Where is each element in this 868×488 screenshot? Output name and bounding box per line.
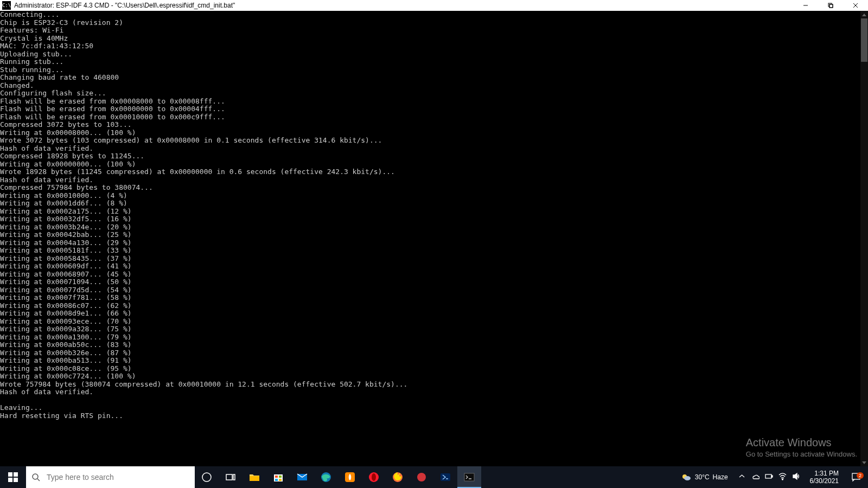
terminal-output[interactable]: Connecting.... Chip is ESP32-C3 (revisio… (0, 11, 860, 466)
volume-icon[interactable] (792, 472, 800, 482)
svg-rect-32 (765, 474, 771, 478)
search-input[interactable] (46, 472, 195, 482)
weather-cond: Haze (713, 473, 728, 481)
scroll-up-button[interactable] (860, 11, 868, 18)
clock-time: 1:31 PM (810, 470, 839, 477)
vertical-scrollbar[interactable] (860, 11, 868, 466)
svg-rect-33 (771, 476, 773, 477)
scroll-thumb[interactable] (861, 18, 867, 62)
window-controls (793, 0, 868, 11)
taskbar-clock[interactable]: 1:31 PM 6/30/2021 (805, 470, 844, 485)
svg-rect-18 (279, 476, 282, 478)
search-icon (26, 473, 46, 481)
powershell-icon[interactable] (433, 466, 457, 488)
battery-icon[interactable] (765, 472, 773, 482)
notification-badge: 2 (857, 472, 864, 479)
system-tray: 30°C Haze 1:31 PM 6/30/2021 2 (675, 466, 868, 488)
record-icon[interactable] (410, 466, 433, 488)
maximize-button[interactable] (818, 0, 843, 11)
onedrive-icon[interactable] (751, 472, 760, 482)
file-explorer-icon[interactable] (242, 466, 266, 488)
svg-rect-6 (8, 472, 12, 477)
window-title: Administrator: ESP-IDF 4.3 CMD - "C:\Use… (13, 2, 235, 9)
svg-rect-14 (233, 474, 235, 480)
taskbar: 30°C Haze 1:31 PM 6/30/2021 2 (0, 466, 868, 488)
watermark-subtitle: Go to Settings to activate Windows. (746, 450, 857, 458)
svg-rect-19 (275, 479, 278, 481)
mail-icon[interactable] (290, 466, 314, 488)
taskbar-apps (195, 466, 481, 488)
window-titlebar: C:\ Administrator: ESP-IDF 4.3 CMD - "C:… (0, 0, 868, 11)
app-orange-icon[interactable] (338, 466, 362, 488)
firefox-icon[interactable] (386, 466, 410, 488)
activate-windows-watermark: Activate Windows Go to Settings to activ… (746, 436, 857, 458)
scroll-down-button[interactable] (860, 459, 868, 466)
svg-point-12 (202, 473, 211, 481)
svg-line-11 (37, 479, 40, 481)
svg-point-34 (782, 479, 783, 480)
svg-rect-20 (279, 479, 282, 481)
minimize-button[interactable] (793, 0, 818, 11)
edge-icon[interactable] (314, 466, 338, 488)
close-button[interactable] (843, 0, 868, 11)
svg-rect-8 (8, 478, 12, 482)
weather-widget[interactable]: 30°C Haze (675, 472, 733, 483)
clock-date: 6/30/2021 (810, 477, 839, 485)
weather-icon (681, 472, 692, 483)
tray-chevron-icon[interactable] (738, 472, 746, 482)
terminal-text: Connecting.... Chip is ESP32-C3 (revisio… (0, 11, 860, 420)
cmd-taskbar-icon[interactable] (457, 466, 481, 488)
opera-icon[interactable] (362, 466, 386, 488)
svg-rect-9 (14, 478, 18, 482)
svg-rect-15 (250, 476, 259, 481)
watermark-title: Activate Windows (746, 436, 857, 449)
weather-temp: 30°C (695, 473, 710, 481)
task-view-button[interactable] (219, 466, 242, 488)
svg-point-31 (684, 476, 691, 480)
wifi-icon[interactable] (778, 472, 787, 482)
svg-rect-2 (829, 4, 833, 8)
svg-rect-17 (275, 476, 278, 478)
taskbar-search[interactable] (26, 466, 195, 488)
cortana-button[interactable] (195, 466, 219, 488)
svg-point-10 (33, 474, 38, 479)
svg-rect-7 (14, 472, 18, 477)
svg-rect-29 (464, 473, 474, 481)
svg-point-25 (372, 473, 376, 481)
start-button[interactable] (0, 466, 26, 488)
svg-rect-13 (226, 474, 232, 480)
action-center-button[interactable]: 2 (844, 472, 868, 482)
microsoft-store-icon[interactable] (266, 466, 290, 488)
svg-point-27 (417, 473, 426, 481)
cmd-icon: C:\ (2, 1, 11, 10)
